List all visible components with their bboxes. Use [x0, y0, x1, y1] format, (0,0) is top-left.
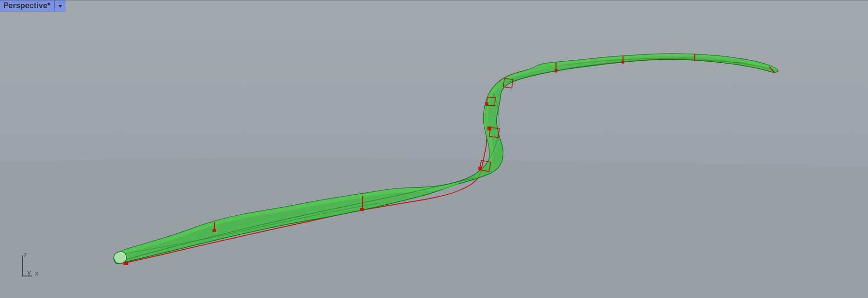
control-point[interactable] — [479, 167, 482, 170]
control-point[interactable] — [212, 229, 216, 232]
viewport-tab[interactable]: Perspective* ▼ — [0, 0, 66, 11]
viewport-menu-button[interactable]: ▼ — [55, 0, 66, 11]
control-point[interactable] — [555, 69, 557, 72]
control-point[interactable] — [485, 102, 489, 106]
scene-geometry — [0, 0, 868, 298]
control-point[interactable] — [622, 61, 624, 63]
viewport-top-border — [0, 0, 868, 0]
control-point[interactable] — [123, 262, 128, 265]
gizmo-x-label: x — [35, 269, 39, 276]
gizmo-z-axis-line — [22, 255, 23, 276]
swept-surface[interactable] — [114, 54, 778, 264]
gizmo-z-label: z — [23, 251, 27, 258]
control-point[interactable] — [360, 208, 364, 211]
chevron-down-icon: ▼ — [57, 3, 63, 9]
rhino-perspective-viewport: z y x Perspective* ▼ — [0, 0, 868, 298]
viewport-title[interactable]: Perspective* — [0, 0, 54, 11]
gizmo-y-label: y — [27, 268, 31, 276]
control-point[interactable] — [488, 127, 491, 131]
